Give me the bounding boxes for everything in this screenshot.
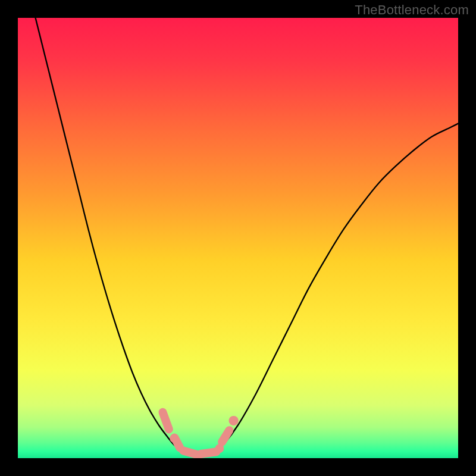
watermark-text: TheBottleneck.com xyxy=(355,2,469,18)
chart-background-gradient xyxy=(18,18,458,458)
svg-rect-0 xyxy=(18,18,458,458)
chart-outer-frame: TheBottleneck.com xyxy=(0,0,476,476)
chart-plot-area xyxy=(18,18,458,458)
